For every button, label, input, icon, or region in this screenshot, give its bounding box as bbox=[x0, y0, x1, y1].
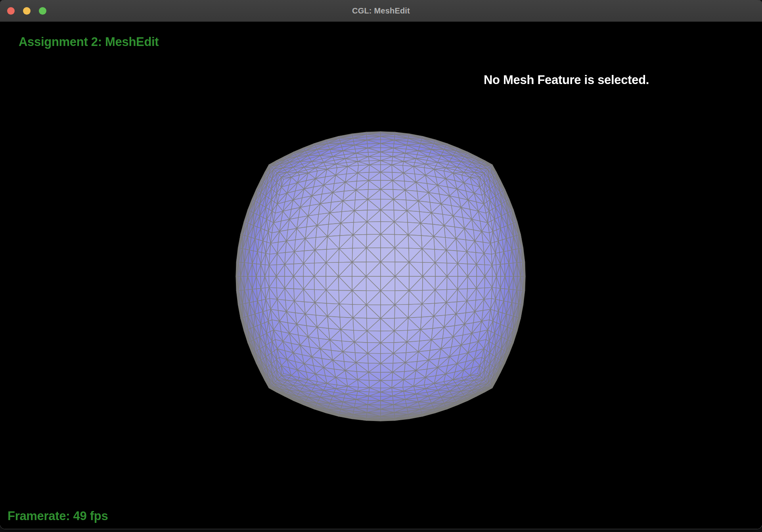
app-window: CGL: MeshEdit Assignment 2: MeshEdit No … bbox=[0, 0, 762, 529]
minimize-button[interactable] bbox=[23, 7, 31, 15]
mesh-canvas[interactable] bbox=[0, 22, 762, 529]
window-title: CGL: MeshEdit bbox=[0, 6, 762, 15]
traffic-lights bbox=[7, 0, 46, 21]
close-button[interactable] bbox=[7, 7, 15, 15]
render-viewport: Assignment 2: MeshEdit No Mesh Feature i… bbox=[0, 22, 762, 529]
zoom-button[interactable] bbox=[39, 7, 46, 15]
title-bar[interactable]: CGL: MeshEdit bbox=[0, 0, 762, 22]
